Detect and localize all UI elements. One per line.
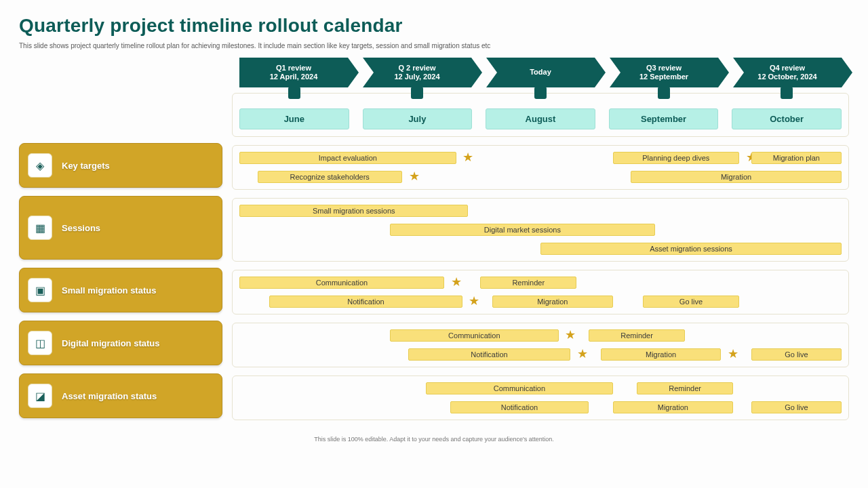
gantt-lane: Communication★ReminderNotification★Migra… (232, 270, 849, 314)
gantt-bar: Small migration sessions (239, 205, 468, 217)
category-card: ▣Small migration status (19, 268, 222, 312)
gantt-bar: Planning deep dives (613, 152, 739, 164)
month-label: September (609, 108, 719, 129)
milestone-chevron: Q 2 review12 July, 2024 (363, 58, 471, 87)
gantt-bar: Impact evaluation (239, 152, 456, 164)
category-label: Small migration status (62, 285, 156, 296)
category-card: ◪Asset migration status (19, 373, 222, 418)
gantt-lane: CommunicationReminderNotificationMigrati… (232, 375, 849, 420)
star-icon: ★ (469, 293, 479, 308)
gantt-bar: Reminder (637, 382, 733, 394)
category-label: Asset migration status (62, 391, 157, 401)
target-icon: ◈ (28, 153, 52, 178)
category-card: ◈Key targets (19, 143, 222, 188)
gantt-row: Asset migration sessions (239, 241, 842, 256)
gantt-bar: Reminder (589, 329, 685, 342)
gantt-bar: Recognize stakeholders (258, 171, 402, 183)
gantt-row: CommunicationReminder (239, 381, 842, 396)
milestone-chevron: Q1 review12 April, 2024 (239, 58, 348, 87)
category-label: Key targets (62, 161, 110, 171)
gantt-bar: Go live (751, 401, 842, 413)
category-card: ◫Digital migration status (19, 321, 222, 365)
month-header: JuneJulyAugustSeptemberOctober (232, 93, 849, 137)
month-tick (781, 87, 793, 99)
gantt-row: Digital market sessions (239, 222, 842, 237)
month-tick (411, 87, 423, 99)
gantt-bar: Migration (631, 171, 842, 183)
gantt-lane: Communication★ReminderNotification★Migra… (232, 323, 849, 367)
month-label: June (239, 108, 349, 129)
gantt-row: Notification★Migration★Go live (239, 347, 842, 362)
month-tick (288, 87, 300, 99)
milestone-chevron: Q3 review12 September (610, 58, 718, 87)
month-label: August (486, 108, 595, 129)
status-icon: ▣ (28, 278, 52, 302)
gantt-row: Notification★MigrationGo live (239, 294, 842, 309)
star-icon: ★ (577, 346, 588, 361)
gantt-bar: Migration (613, 401, 734, 413)
gantt-row: Communication★Reminder (239, 328, 842, 343)
star-icon: ★ (451, 274, 462, 289)
star-icon: ★ (565, 327, 576, 342)
month-tick (534, 87, 547, 99)
gantt-bar: Reminder (480, 277, 576, 289)
milestone-chevron: Q4 review12 October, 2024 (733, 58, 842, 87)
asset-icon: ◪ (28, 384, 52, 408)
gantt-lane: Small migration sessionsDigital market s… (232, 198, 849, 262)
star-icon: ★ (462, 150, 473, 165)
gantt-bar: Notification (269, 296, 462, 308)
gantt-row: NotificationMigrationGo live (239, 400, 842, 415)
gantt-bar: Go live (751, 348, 842, 361)
category-column: ◈Key targets▦Sessions▣Small migration st… (19, 58, 222, 426)
category-label: Digital migration status (62, 338, 159, 348)
gantt-bar: Migration (492, 296, 613, 308)
category-label: Sessions (62, 223, 100, 233)
gantt-bar: Asset migration sessions (540, 243, 842, 255)
month-label: October (732, 108, 842, 129)
milestone-chevrons: Q1 review12 April, 2024Q 2 review12 July… (232, 58, 849, 87)
category-card: ▦Sessions (19, 196, 222, 260)
star-icon: ★ (728, 346, 738, 361)
month-label: July (363, 108, 473, 129)
gantt-bar: Migration plan (751, 152, 842, 164)
gantt-bar: Communication (426, 382, 612, 394)
gantt-bar: Digital market sessions (390, 224, 655, 236)
gantt-row: Impact evaluation★Planning deep dives★Mi… (239, 150, 842, 165)
star-icon: ★ (409, 169, 420, 184)
gantt-bar: Notification (450, 401, 589, 413)
timeline-column: Q1 review12 April, 2024Q 2 review12 July… (232, 58, 849, 426)
gantt-bar: Communication (239, 277, 444, 289)
slide-title: Quarterly project timeline rollout calen… (19, 15, 849, 37)
gantt-bar: Notification (408, 348, 571, 361)
gantt-row: Communication★Reminder (239, 275, 842, 290)
slide-subtitle: This slide shows project quarterly timel… (19, 42, 849, 49)
milestone-chevron: Today (486, 58, 595, 87)
gantt-bar: Migration (601, 348, 722, 361)
gantt-row: Small migration sessions (239, 203, 842, 218)
gantt-bar: Communication (390, 329, 559, 342)
month-tick (658, 87, 670, 99)
footer-note: This slide is 100% editable. Adapt it to… (19, 436, 849, 443)
gantt-bar: Go live (643, 296, 739, 308)
digital-icon: ◫ (28, 331, 52, 355)
gantt-row: Recognize stakeholders★Migration (239, 169, 842, 184)
sessions-icon: ▦ (28, 216, 52, 240)
gantt-lane: Impact evaluation★Planning deep dives★Mi… (232, 145, 849, 190)
